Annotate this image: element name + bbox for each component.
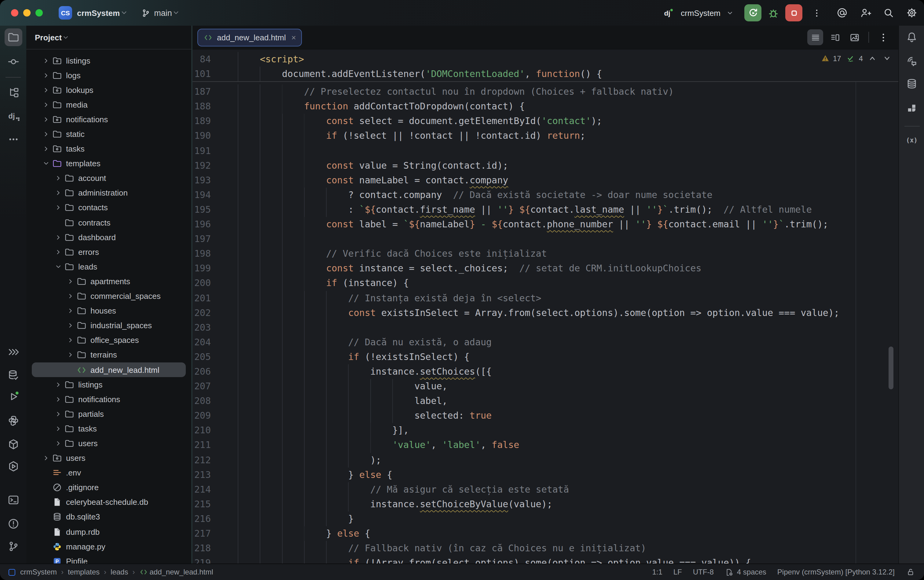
tree-item-administration[interactable]: administration <box>32 186 186 201</box>
tree-item-listings[interactable]: listings <box>32 53 186 68</box>
code-line-215[interactable]: 215 instance.setChoiceByValue(value); <box>193 497 898 512</box>
editor-only-icon[interactable] <box>807 29 823 45</box>
status-item[interactable]: 1:1 <box>652 568 662 576</box>
database-icon[interactable] <box>905 77 918 90</box>
tree-item-pipfile[interactable]: PPipfile <box>32 554 186 564</box>
tree-item-leads[interactable]: leads <box>32 259 186 274</box>
tree-item-commercial-spaces[interactable]: commercial_spaces <box>32 289 186 303</box>
chevron-right-icon[interactable] <box>53 247 63 257</box>
prev-problem-chevron-up-icon[interactable] <box>868 54 876 63</box>
chevron-right-icon[interactable] <box>41 115 51 124</box>
branch-selector[interactable]: main <box>154 8 172 17</box>
status-item[interactable]: UTF-8 <box>693 568 714 576</box>
chevron-right-icon[interactable] <box>41 129 51 139</box>
code-line-214[interactable]: 214 // Mă asigur că selecția este setată <box>193 482 898 497</box>
kebab-menu-icon[interactable] <box>812 8 822 18</box>
notifications-bell-icon[interactable] <box>905 31 918 44</box>
tree-item-industrial-spaces[interactable]: industrial_spaces <box>32 318 186 333</box>
tree-item-tasks[interactable]: tasks <box>32 142 186 156</box>
code-line-205[interactable]: 205 if (!existsInSelect) { <box>193 349 898 364</box>
code-line-213[interactable]: 213 } else { <box>193 467 898 482</box>
tree-item-users[interactable]: users <box>32 436 186 451</box>
tree-item-apartments[interactable]: apartments <box>32 274 186 289</box>
tree-item--env[interactable]: .env <box>32 465 186 480</box>
tree-item-users[interactable]: users <box>32 451 186 465</box>
chevron-right-icon[interactable] <box>41 70 51 80</box>
code-line-101[interactable]: 101 document.addEventListener('DOMConten… <box>193 67 898 81</box>
tree-item-listings[interactable]: listings <box>32 377 186 392</box>
zoom-window-button[interactable] <box>35 9 43 16</box>
code-line-206[interactable]: 206 instance.setChoices([{ <box>193 364 898 379</box>
chevron-right-icon[interactable] <box>53 188 63 198</box>
code-line-190[interactable]: 190 if (!select || !contact || !contact.… <box>193 129 898 143</box>
inspections-widget[interactable]: 17 4 <box>821 54 891 63</box>
kebab-menu-icon[interactable] <box>875 29 891 45</box>
add-user-icon[interactable] <box>859 7 871 19</box>
tree-item-static[interactable]: static <box>32 127 186 142</box>
code-line-188[interactable]: 188 function addContactToDropdown(contac… <box>193 99 898 114</box>
chevron-right-icon[interactable] <box>65 321 75 330</box>
run-icon[interactable] <box>7 390 20 403</box>
no-variables-icon[interactable]: (x) <box>905 133 918 147</box>
tree-item-notifications[interactable]: notifications <box>32 392 186 407</box>
chevron-right-icon[interactable] <box>65 291 75 301</box>
chevron-right-icon[interactable] <box>65 350 75 360</box>
tree-item-terrains[interactable]: terrains <box>32 348 186 362</box>
chevron-right-icon[interactable] <box>53 409 63 419</box>
at-mention-icon[interactable] <box>836 7 848 19</box>
chevron-right-icon[interactable] <box>53 424 63 433</box>
chevron-down-icon[interactable] <box>41 158 51 168</box>
commit-icon[interactable] <box>7 55 20 68</box>
code-line-189[interactable]: 189 const select = document.getElementBy… <box>193 114 898 129</box>
tree-item-dashboard[interactable]: dashboard <box>32 230 186 244</box>
python-console-icon[interactable] <box>7 414 20 427</box>
chevron-right-icon[interactable] <box>53 394 63 404</box>
project-folder-icon[interactable] <box>4 28 22 46</box>
chevron-right-icon[interactable] <box>41 453 51 463</box>
tree-item-partials[interactable]: partials <box>32 407 186 422</box>
tree-item-manage-py[interactable]: manage.py <box>32 539 186 554</box>
code-line-217[interactable]: 217 } else { <box>193 526 898 541</box>
code-line-219[interactable]: 219 if (!Array.from(select.options).some… <box>193 555 898 564</box>
code-line-191[interactable]: 191 <box>193 143 898 158</box>
ai-assistant-icon[interactable] <box>905 55 918 68</box>
tree-item-media[interactable]: media <box>32 97 186 112</box>
chevron-right-icon[interactable] <box>65 306 75 316</box>
breadcrumb-item[interactable]: templates <box>68 568 100 576</box>
editor-split-icon[interactable] <box>827 29 843 45</box>
close-tab-icon[interactable]: × <box>292 33 296 42</box>
breadcrumb-item[interactable]: add_new_lead.html <box>150 568 213 576</box>
settings-gear-icon[interactable] <box>906 7 918 19</box>
tree-item-account[interactable]: account <box>32 171 186 186</box>
code-line-195[interactable]: 195 : `${contact.first_name || ''} ${con… <box>193 202 898 217</box>
code-line-211[interactable]: 211 'value', 'label', false <box>193 438 898 453</box>
project-panel-header[interactable]: Project <box>26 26 191 49</box>
debug-bug-icon[interactable] <box>767 7 780 19</box>
tree-item-lookups[interactable]: lookups <box>32 82 186 97</box>
tree-item-contacts[interactable]: contacts <box>32 201 186 215</box>
tree-item-tasks[interactable]: tasks <box>32 422 186 436</box>
tree-item-add-new-lead-html[interactable]: add_new_lead.html <box>32 362 186 377</box>
more-tool-windows-icon[interactable] <box>7 346 20 358</box>
tree-item-office-spaces[interactable]: office_spaces <box>32 333 186 348</box>
code-line-193[interactable]: 193 const nameLabel = contact.company <box>193 173 898 188</box>
tree-item-notifications[interactable]: notifications <box>32 112 186 127</box>
code-line-199[interactable]: 199 const instance = select._choices; //… <box>193 261 898 276</box>
minimize-window-button[interactable] <box>23 9 31 16</box>
chevron-right-icon[interactable] <box>53 438 63 448</box>
status-item[interactable]: 4 spaces <box>725 567 766 577</box>
version-control-icon[interactable] <box>7 540 20 553</box>
tree-item-errors[interactable]: errors <box>32 244 186 259</box>
tree-item-houses[interactable]: houses <box>32 303 186 318</box>
code-line-208[interactable]: 208 label, <box>193 394 898 408</box>
code-line-194[interactable]: 194 ? contact.company // Dacă există soc… <box>193 188 898 202</box>
breadcrumb-item[interactable]: leads <box>110 568 128 576</box>
code-line-197[interactable]: 197 <box>193 232 898 246</box>
code-line-203[interactable]: 203 <box>193 320 898 334</box>
code-line-209[interactable]: 209 selected: true <box>193 409 898 423</box>
chevron-right-icon[interactable] <box>41 100 51 110</box>
chevron-right-icon[interactable] <box>53 232 63 242</box>
run-config-selector[interactable]: crmSystem <box>681 8 720 17</box>
tree-item-templates[interactable]: templates <box>32 156 186 171</box>
editor-preview-icon[interactable] <box>847 29 862 45</box>
